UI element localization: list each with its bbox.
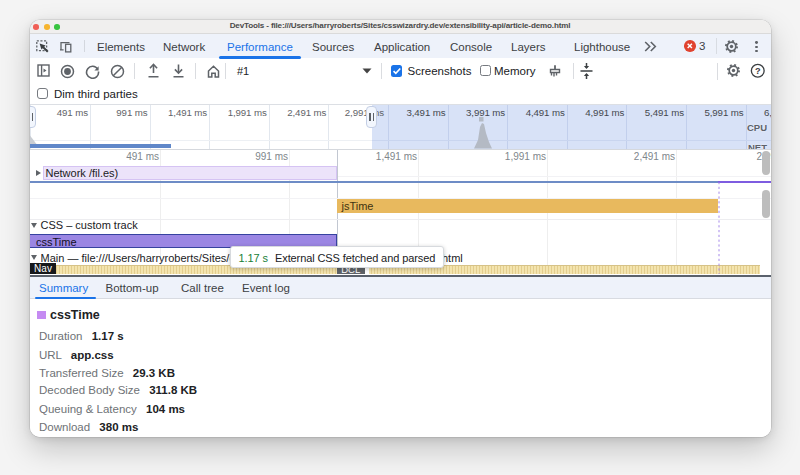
svg-text:?: ? — [754, 66, 760, 76]
